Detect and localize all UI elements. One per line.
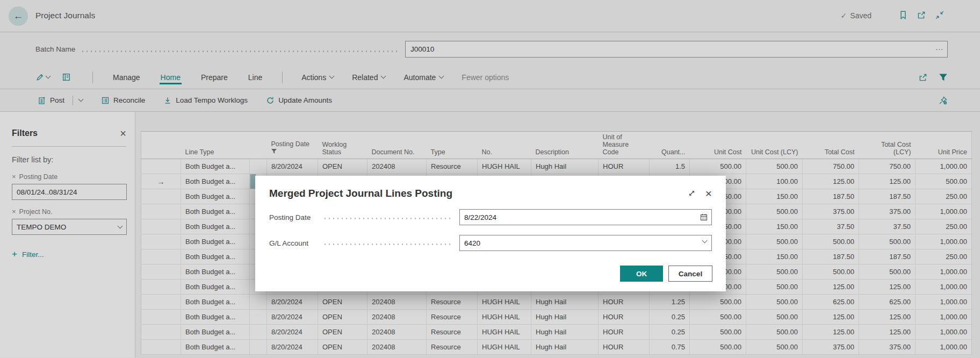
ok-button[interactable]: OK [620, 266, 663, 282]
expand-dialog-icon[interactable] [688, 189, 696, 197]
merged-posting-dialog: Merged Project Journal Lines Posting × P… [255, 176, 726, 291]
dotted-leader [323, 244, 453, 245]
posting-date-label: Posting Date [269, 213, 316, 221]
calendar-icon[interactable] [700, 213, 708, 221]
gl-account-label: G/L Account [269, 239, 316, 247]
dialog-posting-date-input[interactable] [459, 209, 712, 225]
dialog-gl-account-input[interactable] [459, 235, 712, 251]
dialog-title: Merged Project Journal Lines Posting [269, 188, 452, 199]
dialog-gl-account-row: G/L Account [269, 235, 712, 251]
dotted-leader [323, 218, 453, 219]
close-dialog-icon[interactable]: × [705, 188, 712, 199]
cancel-button[interactable]: Cancel [668, 266, 712, 282]
project-journals-page: ← Project Journals ✓ Saved Batch Name ..… [0, 0, 980, 358]
dialog-posting-date-row: Posting Date [269, 209, 712, 225]
